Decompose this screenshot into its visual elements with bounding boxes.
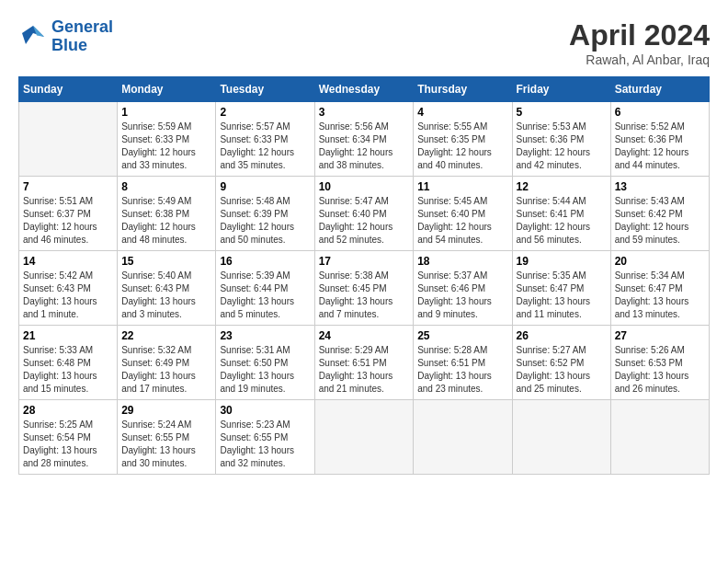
day-cell [19, 102, 118, 177]
day-cell: 26Sunrise: 5:27 AM Sunset: 6:52 PM Dayli… [512, 326, 610, 400]
day-info: Sunrise: 5:27 AM Sunset: 6:52 PM Dayligh… [517, 344, 607, 396]
week-row-5: 28Sunrise: 5:25 AM Sunset: 6:54 PM Dayli… [19, 400, 710, 475]
day-number: 21 [23, 329, 113, 342]
day-cell: 12Sunrise: 5:44 AM Sunset: 6:41 PM Dayli… [512, 177, 610, 251]
day-number: 28 [23, 404, 113, 417]
location: Rawah, Al Anbar, Iraq [569, 52, 710, 67]
day-info: Sunrise: 5:35 AM Sunset: 6:47 PM Dayligh… [517, 270, 607, 321]
day-cell: 20Sunrise: 5:34 AM Sunset: 6:47 PM Dayli… [610, 251, 709, 326]
day-number: 17 [319, 255, 410, 268]
day-number: 10 [319, 180, 410, 193]
day-cell: 8Sunrise: 5:49 AM Sunset: 6:38 PM Daylig… [118, 177, 216, 251]
logo-text: General Blue [51, 18, 113, 55]
day-cell: 1Sunrise: 5:59 AM Sunset: 6:33 PM Daylig… [118, 102, 216, 177]
week-row-2: 7Sunrise: 5:51 AM Sunset: 6:37 PM Daylig… [19, 177, 710, 251]
day-number: 22 [121, 329, 211, 342]
day-number: 18 [417, 255, 507, 268]
day-cell: 19Sunrise: 5:35 AM Sunset: 6:47 PM Dayli… [512, 251, 610, 326]
day-number: 4 [417, 106, 507, 119]
day-header-friday: Friday [512, 77, 610, 102]
day-cell: 18Sunrise: 5:37 AM Sunset: 6:46 PM Dayli… [414, 251, 512, 326]
day-number: 12 [517, 180, 607, 193]
day-info: Sunrise: 5:28 AM Sunset: 6:51 PM Dayligh… [417, 344, 507, 396]
day-number: 9 [220, 180, 310, 193]
day-cell: 22Sunrise: 5:32 AM Sunset: 6:49 PM Dayli… [118, 326, 216, 400]
day-cell: 29Sunrise: 5:24 AM Sunset: 6:55 PM Dayli… [118, 400, 216, 475]
day-number: 30 [220, 404, 310, 417]
day-info: Sunrise: 5:43 AM Sunset: 6:42 PM Dayligh… [615, 195, 705, 247]
day-info: Sunrise: 5:56 AM Sunset: 6:34 PM Dayligh… [319, 121, 410, 172]
day-info: Sunrise: 5:32 AM Sunset: 6:49 PM Dayligh… [121, 344, 211, 396]
day-header-saturday: Saturday [610, 77, 709, 102]
day-info: Sunrise: 5:49 AM Sunset: 6:38 PM Dayligh… [121, 195, 211, 247]
day-number: 8 [121, 180, 211, 193]
day-number: 19 [517, 255, 607, 268]
day-cell: 7Sunrise: 5:51 AM Sunset: 6:37 PM Daylig… [19, 177, 118, 251]
day-header-sunday: Sunday [19, 77, 118, 102]
day-header-wednesday: Wednesday [314, 77, 414, 102]
day-cell [314, 400, 414, 475]
page-header: General Blue April 2024 Rawah, Al Anbar,… [18, 18, 710, 67]
logo: General Blue [18, 18, 113, 55]
day-cell: 10Sunrise: 5:47 AM Sunset: 6:40 PM Dayli… [314, 177, 414, 251]
day-info: Sunrise: 5:34 AM Sunset: 6:47 PM Dayligh… [615, 270, 705, 321]
day-info: Sunrise: 5:37 AM Sunset: 6:46 PM Dayligh… [417, 270, 507, 321]
day-number: 7 [23, 180, 113, 193]
day-number: 1 [121, 106, 211, 119]
day-header-monday: Monday [118, 77, 216, 102]
month-title: April 2024 [569, 18, 710, 52]
day-info: Sunrise: 5:24 AM Sunset: 6:55 PM Dayligh… [121, 419, 211, 470]
day-number: 2 [220, 106, 310, 119]
day-cell: 16Sunrise: 5:39 AM Sunset: 6:44 PM Dayli… [216, 251, 314, 326]
week-row-4: 21Sunrise: 5:33 AM Sunset: 6:48 PM Dayli… [19, 326, 710, 400]
title-area: April 2024 Rawah, Al Anbar, Iraq [569, 18, 710, 67]
day-cell [414, 400, 512, 475]
day-cell [610, 400, 709, 475]
week-row-1: 1Sunrise: 5:59 AM Sunset: 6:33 PM Daylig… [19, 102, 710, 177]
day-info: Sunrise: 5:47 AM Sunset: 6:40 PM Dayligh… [319, 195, 410, 247]
day-info: Sunrise: 5:57 AM Sunset: 6:33 PM Dayligh… [220, 121, 310, 172]
calendar-table: SundayMondayTuesdayWednesdayThursdayFrid… [18, 76, 710, 475]
day-info: Sunrise: 5:42 AM Sunset: 6:43 PM Dayligh… [23, 270, 113, 321]
day-number: 24 [319, 329, 410, 342]
day-number: 25 [417, 329, 507, 342]
day-info: Sunrise: 5:29 AM Sunset: 6:51 PM Dayligh… [319, 344, 410, 396]
days-header-row: SundayMondayTuesdayWednesdayThursdayFrid… [19, 77, 710, 102]
day-header-thursday: Thursday [414, 77, 512, 102]
day-number: 29 [121, 404, 211, 417]
day-cell: 15Sunrise: 5:40 AM Sunset: 6:43 PM Dayli… [118, 251, 216, 326]
day-info: Sunrise: 5:44 AM Sunset: 6:41 PM Dayligh… [517, 195, 607, 247]
day-cell: 23Sunrise: 5:31 AM Sunset: 6:50 PM Dayli… [216, 326, 314, 400]
day-info: Sunrise: 5:31 AM Sunset: 6:50 PM Dayligh… [220, 344, 310, 396]
day-info: Sunrise: 5:51 AM Sunset: 6:37 PM Dayligh… [23, 195, 113, 247]
day-cell: 4Sunrise: 5:55 AM Sunset: 6:35 PM Daylig… [414, 102, 512, 177]
day-header-tuesday: Tuesday [216, 77, 314, 102]
week-row-3: 14Sunrise: 5:42 AM Sunset: 6:43 PM Dayli… [19, 251, 710, 326]
day-info: Sunrise: 5:48 AM Sunset: 6:39 PM Dayligh… [220, 195, 310, 247]
day-info: Sunrise: 5:25 AM Sunset: 6:54 PM Dayligh… [23, 419, 113, 470]
day-cell: 2Sunrise: 5:57 AM Sunset: 6:33 PM Daylig… [216, 102, 314, 177]
day-info: Sunrise: 5:39 AM Sunset: 6:44 PM Dayligh… [220, 270, 310, 321]
day-number: 26 [517, 329, 607, 342]
day-cell: 14Sunrise: 5:42 AM Sunset: 6:43 PM Dayli… [19, 251, 118, 326]
day-info: Sunrise: 5:38 AM Sunset: 6:45 PM Dayligh… [319, 270, 410, 321]
day-info: Sunrise: 5:52 AM Sunset: 6:36 PM Dayligh… [615, 121, 705, 172]
day-cell: 30Sunrise: 5:23 AM Sunset: 6:55 PM Dayli… [216, 400, 314, 475]
day-cell: 24Sunrise: 5:29 AM Sunset: 6:51 PM Dayli… [314, 326, 414, 400]
day-number: 3 [319, 106, 410, 119]
day-number: 6 [615, 106, 705, 119]
day-cell: 11Sunrise: 5:45 AM Sunset: 6:40 PM Dayli… [414, 177, 512, 251]
day-info: Sunrise: 5:53 AM Sunset: 6:36 PM Dayligh… [517, 121, 607, 172]
day-cell: 25Sunrise: 5:28 AM Sunset: 6:51 PM Dayli… [414, 326, 512, 400]
day-cell: 3Sunrise: 5:56 AM Sunset: 6:34 PM Daylig… [314, 102, 414, 177]
logo-icon [18, 22, 48, 52]
day-number: 13 [615, 180, 705, 193]
day-number: 23 [220, 329, 310, 342]
day-cell: 6Sunrise: 5:52 AM Sunset: 6:36 PM Daylig… [610, 102, 709, 177]
day-number: 16 [220, 255, 310, 268]
day-cell: 5Sunrise: 5:53 AM Sunset: 6:36 PM Daylig… [512, 102, 610, 177]
day-cell: 13Sunrise: 5:43 AM Sunset: 6:42 PM Dayli… [610, 177, 709, 251]
day-cell: 27Sunrise: 5:26 AM Sunset: 6:53 PM Dayli… [610, 326, 709, 400]
day-info: Sunrise: 5:26 AM Sunset: 6:53 PM Dayligh… [615, 344, 705, 396]
day-number: 20 [615, 255, 705, 268]
